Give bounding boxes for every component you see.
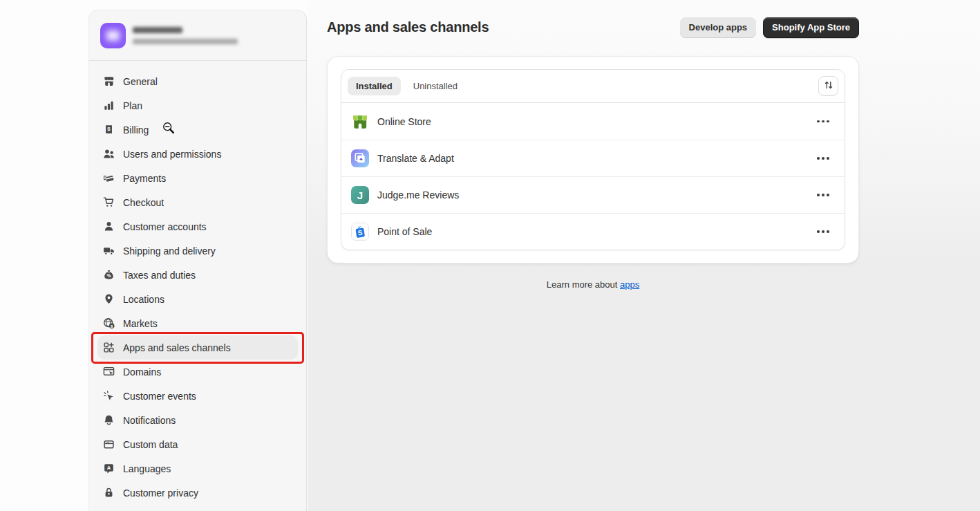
globe-dollar-icon: $ bbox=[103, 317, 115, 329]
billing-icon: $ bbox=[103, 124, 115, 136]
sidebar-item-languages[interactable]: A Languages bbox=[97, 456, 298, 481]
app-name: Point of Sale bbox=[377, 226, 432, 237]
online-store-icon bbox=[351, 113, 369, 131]
checkout-cart-icon bbox=[103, 196, 115, 208]
sidebar-item-label: Markets bbox=[123, 318, 158, 329]
develop-apps-button[interactable]: Develop apps bbox=[680, 17, 757, 38]
ellipsis-icon bbox=[817, 194, 820, 196]
page-header: Apps and sales channels Develop appsShop… bbox=[327, 17, 859, 38]
sidebar-item-payments[interactable]: Payments bbox=[97, 166, 298, 190]
apps-list: Online Store Translate & Adapt J Judge.m… bbox=[341, 103, 845, 250]
tab-uninstalled[interactable]: Uninstalled bbox=[405, 77, 466, 95]
cursor-sparks-icon bbox=[103, 390, 115, 402]
ellipsis-icon bbox=[817, 157, 820, 160]
ellipsis-icon bbox=[817, 120, 820, 123]
apps-link[interactable]: apps bbox=[620, 279, 639, 290]
sidebar-item-plan[interactable]: Plan bbox=[97, 93, 298, 118]
sidebar-item-label: Payments bbox=[123, 173, 166, 184]
svg-text:%: % bbox=[106, 273, 111, 278]
languages-icon: A bbox=[103, 463, 115, 474]
settings-nav: General Plan $ Billing Users and permiss… bbox=[89, 61, 306, 511]
domains-icon bbox=[103, 366, 115, 378]
custom-data-icon bbox=[103, 438, 115, 450]
sidebar-item-customer-events[interactable]: Customer events bbox=[97, 384, 298, 408]
sidebar-item-label: Plan bbox=[123, 100, 142, 111]
person-icon bbox=[103, 221, 115, 232]
ellipsis-icon bbox=[817, 230, 820, 233]
sidebar-item-billing[interactable]: $ Billing bbox=[97, 118, 298, 142]
page-title: Apps and sales channels bbox=[327, 19, 489, 35]
sidebar-item-label: General bbox=[123, 76, 158, 87]
app-name: Judge.me Reviews bbox=[377, 189, 459, 201]
sidebar-item-customer-privacy[interactable]: Customer privacy bbox=[97, 481, 298, 505]
zoom-out-cursor-icon bbox=[162, 121, 177, 139]
sidebar-item-label: Notifications bbox=[123, 415, 176, 426]
svg-text:$: $ bbox=[107, 126, 111, 132]
translate-adapt-icon bbox=[351, 149, 369, 167]
tab-installed[interactable]: Installed bbox=[348, 77, 401, 95]
payments-icon bbox=[103, 172, 115, 184]
store-avatar bbox=[100, 23, 126, 48]
sidebar-item-label: Domains bbox=[123, 366, 161, 378]
store-header bbox=[89, 10, 306, 61]
store-identity bbox=[133, 27, 238, 44]
apps-tabs-row: InstalledUninstalled bbox=[341, 70, 845, 103]
learn-more-prefix: Learn more about bbox=[547, 279, 620, 290]
plan-icon bbox=[103, 100, 115, 111]
apps-panel: InstalledUninstalled Online Store Transl… bbox=[327, 56, 859, 263]
lock-icon bbox=[103, 487, 115, 499]
app-row-menu-button[interactable] bbox=[811, 114, 835, 129]
app-name: Online Store bbox=[377, 116, 431, 127]
app-row-menu-button[interactable] bbox=[811, 187, 835, 203]
header-actions: Develop appsShopify App Store bbox=[680, 17, 859, 38]
sidebar-item-apps-and-sales-channels[interactable]: Apps and sales channels bbox=[97, 335, 298, 360]
sidebar-item-label: Checkout bbox=[123, 197, 164, 208]
app-row-judge-me-reviews[interactable]: J Judge.me Reviews bbox=[341, 176, 845, 213]
app-row-point-of-sale[interactable]: S Point of Sale bbox=[341, 213, 845, 250]
sidebar-item-label: Customer accounts bbox=[123, 221, 207, 232]
store-name-redacted bbox=[133, 27, 182, 33]
sidebar-item-label: Languages bbox=[123, 463, 171, 474]
settings-sidebar: General Plan $ Billing Users and permiss… bbox=[88, 10, 307, 511]
sidebar-item-domains[interactable]: Domains bbox=[97, 360, 298, 384]
svg-text:A: A bbox=[107, 465, 111, 471]
sidebar-item-label: Billing bbox=[123, 124, 149, 136]
shopify-app-store-button[interactable]: Shopify App Store bbox=[763, 17, 859, 38]
app-row-translate-adapt[interactable]: Translate & Adapt bbox=[341, 140, 845, 176]
bell-icon bbox=[103, 414, 115, 426]
sidebar-item-label: Customer privacy bbox=[123, 487, 198, 499]
sidebar-item-locations[interactable]: Locations bbox=[97, 287, 298, 311]
sidebar-item-general[interactable]: General bbox=[97, 69, 298, 93]
main-content: Apps and sales channels Develop appsShop… bbox=[308, 0, 980, 511]
sidebar-item-taxes-and-duties[interactable]: % Taxes and duties bbox=[97, 263, 298, 287]
svg-text:J: J bbox=[357, 189, 363, 201]
pos-icon: S bbox=[351, 223, 369, 241]
sidebar-item-markets[interactable]: $ Markets bbox=[97, 311, 298, 335]
sidebar-item-checkout[interactable]: Checkout bbox=[97, 190, 298, 214]
app-name: Translate & Adapt bbox=[377, 153, 454, 164]
judgeme-icon: J bbox=[351, 186, 369, 204]
sidebar-item-label: Customer events bbox=[123, 391, 196, 402]
sidebar-item-shipping-and-delivery[interactable]: Shipping and delivery bbox=[97, 239, 298, 263]
taxes-icon: % bbox=[103, 269, 115, 281]
sort-button[interactable] bbox=[818, 76, 838, 96]
sidebar-item-notifications[interactable]: Notifications bbox=[97, 408, 298, 432]
sidebar-item-customer-accounts[interactable]: Customer accounts bbox=[97, 214, 298, 239]
learn-more-text: Learn more about apps bbox=[327, 279, 859, 290]
sidebar-item-label: Custom data bbox=[123, 439, 178, 450]
sidebar-item-users-and-permissions[interactable]: Users and permissions bbox=[97, 142, 298, 166]
store-email-redacted bbox=[133, 39, 238, 44]
sidebar-item-label: Locations bbox=[123, 294, 164, 305]
sidebar-item-label: Apps and sales channels bbox=[123, 342, 231, 353]
store-icon bbox=[103, 75, 115, 87]
sort-arrows-icon bbox=[823, 80, 834, 93]
location-pin-icon bbox=[103, 293, 115, 305]
sidebar-item-label: Users and permissions bbox=[123, 149, 221, 160]
app-row-menu-button[interactable] bbox=[811, 224, 835, 239]
sidebar-item-custom-data[interactable]: Custom data bbox=[97, 432, 298, 456]
sidebar-item-label: Taxes and duties bbox=[123, 270, 196, 281]
app-row-menu-button[interactable] bbox=[811, 151, 835, 166]
app-row-online-store[interactable]: Online Store bbox=[341, 103, 845, 140]
sidebar-item-label: Shipping and delivery bbox=[123, 245, 216, 257]
apps-card: InstalledUninstalled Online Store Transl… bbox=[341, 69, 845, 250]
